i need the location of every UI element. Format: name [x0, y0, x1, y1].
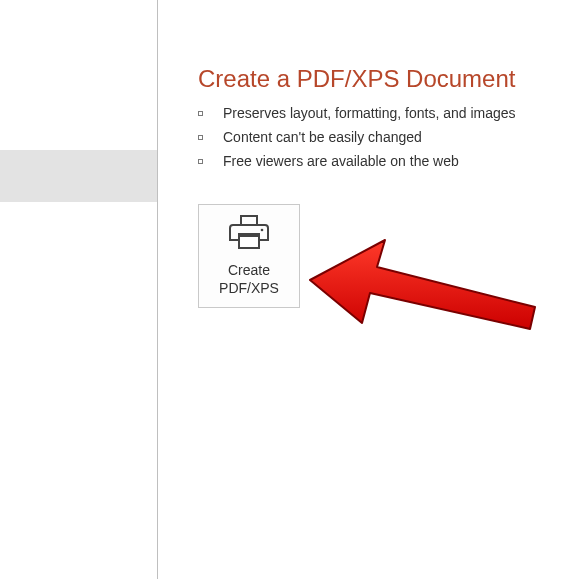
svg-point-2 [261, 229, 264, 232]
feature-text: Free viewers are available on the web [223, 153, 459, 169]
svg-rect-1 [239, 236, 259, 248]
feature-item: Content can't be easily changed [198, 129, 580, 145]
main-content: Create a PDF/XPS Document Preserves layo… [198, 65, 580, 308]
sidebar-item-package-cd[interactable]: for CD [0, 374, 157, 426]
sidebar-item-gif[interactable]: GIF [0, 300, 157, 352]
button-label-line2: PDF/XPS [219, 279, 279, 297]
create-pdf-xps-button[interactable]: Create PDF/XPS [198, 204, 300, 308]
bullet-icon [198, 111, 203, 116]
feature-list: Preserves layout, formatting, fonts, and… [198, 105, 580, 169]
page-title: Create a PDF/XPS Document [198, 65, 580, 93]
bullet-icon [198, 135, 203, 140]
svg-rect-0 [241, 216, 257, 225]
feature-item: Free viewers are available on the web [198, 153, 580, 169]
export-options-sidebar: ument GIF for CD [0, 0, 158, 579]
bullet-icon [198, 159, 203, 164]
button-label-line1: Create [219, 261, 279, 279]
feature-text: Preserves layout, formatting, fonts, and… [223, 105, 516, 121]
feature-text: Content can't be easily changed [223, 129, 422, 145]
printer-icon [229, 215, 269, 253]
sidebar-item-pdf-xps[interactable]: ument [0, 150, 157, 202]
feature-item: Preserves layout, formatting, fonts, and… [198, 105, 580, 121]
